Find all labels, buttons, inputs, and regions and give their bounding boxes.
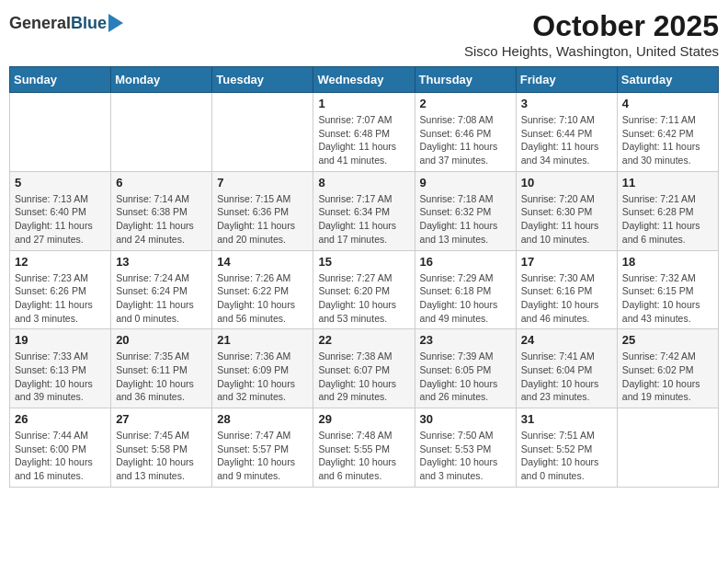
calendar-cell <box>617 408 718 488</box>
day-number: 9 <box>420 176 511 190</box>
calendar-cell: 21Sunrise: 7:36 AM Sunset: 6:09 PM Dayli… <box>212 329 313 408</box>
day-number: 23 <box>420 333 511 347</box>
calendar-cell: 30Sunrise: 7:50 AM Sunset: 5:53 PM Dayli… <box>415 408 516 488</box>
calendar-cell: 19Sunrise: 7:33 AM Sunset: 6:13 PM Dayli… <box>10 329 111 408</box>
day-info: Sunrise: 7:08 AM Sunset: 6:46 PM Dayligh… <box>420 113 511 167</box>
day-info: Sunrise: 7:50 AM Sunset: 5:53 PM Dayligh… <box>420 429 511 483</box>
day-number: 2 <box>420 97 511 110</box>
day-info: Sunrise: 7:41 AM Sunset: 6:04 PM Dayligh… <box>521 350 612 404</box>
calendar-cell: 29Sunrise: 7:48 AM Sunset: 5:55 PM Dayli… <box>313 408 415 488</box>
calendar-cell: 24Sunrise: 7:41 AM Sunset: 6:04 PM Dayli… <box>516 329 617 408</box>
calendar-table: SundayMondayTuesdayWednesdayThursdayFrid… <box>9 66 719 488</box>
calendar-cell <box>212 93 313 172</box>
day-number: 6 <box>116 176 207 190</box>
day-info: Sunrise: 7:20 AM Sunset: 6:30 PM Dayligh… <box>521 192 612 247</box>
day-number: 20 <box>116 333 207 347</box>
header-friday: Friday <box>516 67 617 93</box>
calendar-cell: 23Sunrise: 7:39 AM Sunset: 6:05 PM Dayli… <box>415 329 516 408</box>
day-info: Sunrise: 7:45 AM Sunset: 5:58 PM Dayligh… <box>116 429 207 483</box>
header-sunday: Sunday <box>10 67 111 93</box>
day-info: Sunrise: 7:15 AM Sunset: 6:36 PM Dayligh… <box>217 192 308 247</box>
day-info: Sunrise: 7:51 AM Sunset: 5:52 PM Dayligh… <box>521 429 612 483</box>
day-number: 11 <box>622 176 713 190</box>
day-info: Sunrise: 7:23 AM Sunset: 6:26 PM Dayligh… <box>15 271 106 326</box>
day-info: Sunrise: 7:24 AM Sunset: 6:24 PM Dayligh… <box>116 271 207 326</box>
day-info: Sunrise: 7:42 AM Sunset: 6:02 PM Dayligh… <box>622 350 713 404</box>
calendar-cell: 12Sunrise: 7:23 AM Sunset: 6:26 PM Dayli… <box>10 250 111 329</box>
calendar-week-row: 26Sunrise: 7:44 AM Sunset: 6:00 PM Dayli… <box>10 408 719 488</box>
day-number: 13 <box>116 255 207 269</box>
day-number: 8 <box>318 176 409 190</box>
calendar-cell <box>10 93 111 172</box>
day-info: Sunrise: 7:39 AM Sunset: 6:05 PM Dayligh… <box>420 350 511 404</box>
day-number: 29 <box>318 412 409 426</box>
day-number: 14 <box>217 255 308 269</box>
day-number: 17 <box>521 255 612 269</box>
calendar-cell: 9Sunrise: 7:18 AM Sunset: 6:32 PM Daylig… <box>415 171 516 250</box>
calendar-cell: 22Sunrise: 7:38 AM Sunset: 6:07 PM Dayli… <box>313 329 415 408</box>
logo-arrow-icon <box>108 14 123 32</box>
month-title: October 2025 <box>464 9 719 43</box>
day-info: Sunrise: 7:38 AM Sunset: 6:07 PM Dayligh… <box>318 350 409 404</box>
day-number: 30 <box>420 412 511 426</box>
title-area: October 2025 Sisco Heights, Washington, … <box>464 9 719 59</box>
calendar-cell <box>111 93 212 172</box>
calendar-cell: 8Sunrise: 7:17 AM Sunset: 6:34 PM Daylig… <box>313 171 415 250</box>
header-wednesday: Wednesday <box>313 67 415 93</box>
day-info: Sunrise: 7:21 AM Sunset: 6:28 PM Dayligh… <box>622 192 713 247</box>
day-info: Sunrise: 7:27 AM Sunset: 6:20 PM Dayligh… <box>318 271 409 326</box>
calendar-cell: 7Sunrise: 7:15 AM Sunset: 6:36 PM Daylig… <box>212 171 313 250</box>
calendar-cell: 16Sunrise: 7:29 AM Sunset: 6:18 PM Dayli… <box>415 250 516 329</box>
calendar-cell: 14Sunrise: 7:26 AM Sunset: 6:22 PM Dayli… <box>212 250 313 329</box>
day-info: Sunrise: 7:29 AM Sunset: 6:18 PM Dayligh… <box>420 271 511 326</box>
day-info: Sunrise: 7:35 AM Sunset: 6:11 PM Dayligh… <box>116 350 207 404</box>
header-tuesday: Tuesday <box>212 67 313 93</box>
day-info: Sunrise: 7:48 AM Sunset: 5:55 PM Dayligh… <box>318 429 409 483</box>
day-info: Sunrise: 7:17 AM Sunset: 6:34 PM Dayligh… <box>318 192 409 247</box>
header-thursday: Thursday <box>415 67 516 93</box>
day-info: Sunrise: 7:18 AM Sunset: 6:32 PM Dayligh… <box>420 192 511 247</box>
day-number: 25 <box>622 333 713 347</box>
day-info: Sunrise: 7:11 AM Sunset: 6:42 PM Dayligh… <box>622 113 713 167</box>
day-number: 15 <box>318 255 409 269</box>
day-info: Sunrise: 7:07 AM Sunset: 6:48 PM Dayligh… <box>318 113 409 167</box>
day-number: 27 <box>116 412 207 426</box>
day-number: 4 <box>622 97 713 110</box>
day-number: 5 <box>15 176 106 190</box>
calendar-cell: 25Sunrise: 7:42 AM Sunset: 6:02 PM Dayli… <box>617 329 718 408</box>
calendar-cell: 20Sunrise: 7:35 AM Sunset: 6:11 PM Dayli… <box>111 329 212 408</box>
day-number: 18 <box>622 255 713 269</box>
day-info: Sunrise: 7:13 AM Sunset: 6:40 PM Dayligh… <box>15 192 106 247</box>
day-info: Sunrise: 7:30 AM Sunset: 6:16 PM Dayligh… <box>521 271 612 326</box>
calendar-cell: 28Sunrise: 7:47 AM Sunset: 5:57 PM Dayli… <box>212 408 313 488</box>
day-info: Sunrise: 7:47 AM Sunset: 5:57 PM Dayligh… <box>217 429 308 483</box>
calendar-cell: 6Sunrise: 7:14 AM Sunset: 6:38 PM Daylig… <box>111 171 212 250</box>
day-info: Sunrise: 7:33 AM Sunset: 6:13 PM Dayligh… <box>15 350 106 404</box>
calendar-cell: 31Sunrise: 7:51 AM Sunset: 5:52 PM Dayli… <box>516 408 617 488</box>
calendar-cell: 17Sunrise: 7:30 AM Sunset: 6:16 PM Dayli… <box>516 250 617 329</box>
calendar-header-row: SundayMondayTuesdayWednesdayThursdayFrid… <box>10 67 719 93</box>
day-number: 24 <box>521 333 612 347</box>
calendar-cell: 18Sunrise: 7:32 AM Sunset: 6:15 PM Dayli… <box>617 250 718 329</box>
calendar-cell: 15Sunrise: 7:27 AM Sunset: 6:20 PM Dayli… <box>313 250 415 329</box>
calendar-week-row: 1Sunrise: 7:07 AM Sunset: 6:48 PM Daylig… <box>10 93 719 172</box>
calendar-cell: 10Sunrise: 7:20 AM Sunset: 6:30 PM Dayli… <box>516 171 617 250</box>
day-number: 1 <box>318 97 409 110</box>
day-info: Sunrise: 7:32 AM Sunset: 6:15 PM Dayligh… <box>622 271 713 326</box>
day-number: 16 <box>420 255 511 269</box>
day-number: 26 <box>15 412 106 426</box>
calendar-cell: 13Sunrise: 7:24 AM Sunset: 6:24 PM Dayli… <box>111 250 212 329</box>
day-info: Sunrise: 7:10 AM Sunset: 6:44 PM Dayligh… <box>521 113 612 167</box>
day-number: 31 <box>521 412 612 426</box>
day-info: Sunrise: 7:26 AM Sunset: 6:22 PM Dayligh… <box>217 271 308 326</box>
logo-general: General <box>9 14 71 33</box>
day-number: 3 <box>521 97 612 110</box>
day-number: 21 <box>217 333 308 347</box>
day-number: 19 <box>15 333 106 347</box>
page-header: General Blue October 2025 Sisco Heights,… <box>9 9 719 59</box>
day-info: Sunrise: 7:44 AM Sunset: 6:00 PM Dayligh… <box>15 429 106 483</box>
calendar-week-row: 12Sunrise: 7:23 AM Sunset: 6:26 PM Dayli… <box>10 250 719 329</box>
calendar-cell: 5Sunrise: 7:13 AM Sunset: 6:40 PM Daylig… <box>10 171 111 250</box>
calendar-week-row: 19Sunrise: 7:33 AM Sunset: 6:13 PM Dayli… <box>10 329 719 408</box>
calendar-cell: 3Sunrise: 7:10 AM Sunset: 6:44 PM Daylig… <box>516 93 617 172</box>
